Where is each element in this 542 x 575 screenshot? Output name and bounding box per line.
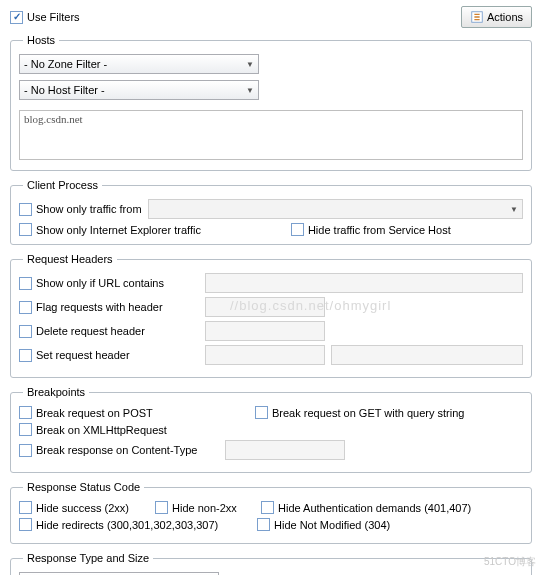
show-only-ie-label: Show only Internet Explorer traffic: [36, 224, 201, 236]
hosts-legend: Hosts: [23, 34, 59, 46]
flag-header-label: Flag requests with header: [36, 301, 163, 313]
process-select[interactable]: ▼: [148, 199, 523, 219]
hide-service-host-checkbox[interactable]: [291, 223, 304, 236]
hide-notmod-label: Hide Not Modified (304): [274, 519, 390, 531]
break-ct-label: Break response on Content-Type: [36, 444, 197, 456]
break-get-qs-checkbox[interactable]: [255, 406, 268, 419]
flag-header-checkbox[interactable]: [19, 301, 32, 314]
delete-header-checkbox[interactable]: [19, 325, 32, 338]
host-filter-value: - No Host Filter -: [24, 84, 105, 96]
chevron-down-icon: ▼: [510, 205, 518, 214]
client-process-group: Client Process Show only traffic from ▼ …: [10, 179, 532, 245]
chevron-down-icon: ▼: [246, 86, 254, 95]
breakpoints-legend: Breakpoints: [23, 386, 89, 398]
hide-auth-checkbox[interactable]: [261, 501, 274, 514]
set-header-checkbox[interactable]: [19, 349, 32, 362]
set-header-name-input[interactable]: [205, 345, 325, 365]
break-xhr-label: Break on XMLHttpRequest: [36, 424, 167, 436]
hide-non2xx-label: Hide non-2xx: [172, 502, 237, 514]
break-xhr-checkbox[interactable]: [19, 423, 32, 436]
response-type-legend: Response Type and Size: [23, 552, 153, 564]
host-filter-select[interactable]: - No Host Filter - ▼: [19, 80, 259, 100]
zone-filter-select[interactable]: - No Zone Filter - ▼: [19, 54, 259, 74]
hide-auth-label: Hide Authentication demands (401,407): [278, 502, 471, 514]
response-type-group: Response Type and Size Show all Content-…: [10, 552, 532, 575]
show-only-ie-checkbox[interactable]: [19, 223, 32, 236]
hosts-textarea[interactable]: [19, 110, 523, 160]
hide-2xx-label: Hide success (2xx): [36, 502, 129, 514]
hosts-group: Hosts - No Zone Filter - ▼ - No Host Fil…: [10, 34, 532, 171]
break-ct-input[interactable]: [225, 440, 345, 460]
show-only-url-label: Show only if URL contains: [36, 277, 164, 289]
hide-redirects-label: Hide redirects (300,301,302,303,307): [36, 519, 218, 531]
break-ct-checkbox[interactable]: [19, 444, 32, 457]
client-process-legend: Client Process: [23, 179, 102, 191]
flag-header-input[interactable]: [205, 297, 325, 317]
hide-notmod-checkbox[interactable]: [257, 518, 270, 531]
breakpoints-group: Breakpoints Break request on POST Break …: [10, 386, 532, 473]
break-post-checkbox[interactable]: [19, 406, 32, 419]
zone-filter-value: - No Zone Filter -: [24, 58, 107, 70]
show-only-from-checkbox[interactable]: [19, 203, 32, 216]
request-headers-group: Request Headers Show only if URL contain…: [10, 253, 532, 378]
use-filters-label: Use Filters: [27, 11, 80, 23]
actions-icon: [470, 10, 484, 24]
hide-redirects-checkbox[interactable]: [19, 518, 32, 531]
request-headers-legend: Request Headers: [23, 253, 117, 265]
break-post-label: Break request on POST: [36, 407, 153, 419]
show-only-url-checkbox[interactable]: [19, 277, 32, 290]
set-header-label: Set request header: [36, 349, 130, 361]
break-get-qs-label: Break request on GET with query string: [272, 407, 464, 419]
show-only-from-label: Show only traffic from: [36, 203, 142, 215]
response-status-legend: Response Status Code: [23, 481, 144, 493]
watermark-side: 51CTO博客: [484, 555, 536, 569]
set-header-value-input[interactable]: [331, 345, 523, 365]
delete-header-input[interactable]: [205, 321, 325, 341]
chevron-down-icon: ▼: [246, 60, 254, 69]
response-status-group: Response Status Code Hide success (2xx) …: [10, 481, 532, 544]
hide-service-host-label: Hide traffic from Service Host: [308, 224, 451, 236]
actions-label: Actions: [487, 11, 523, 23]
delete-header-label: Delete request header: [36, 325, 145, 337]
hide-non2xx-checkbox[interactable]: [155, 501, 168, 514]
show-only-url-input[interactable]: [205, 273, 523, 293]
use-filters-checkbox[interactable]: [10, 11, 23, 24]
actions-button[interactable]: Actions: [461, 6, 532, 28]
hide-2xx-checkbox[interactable]: [19, 501, 32, 514]
